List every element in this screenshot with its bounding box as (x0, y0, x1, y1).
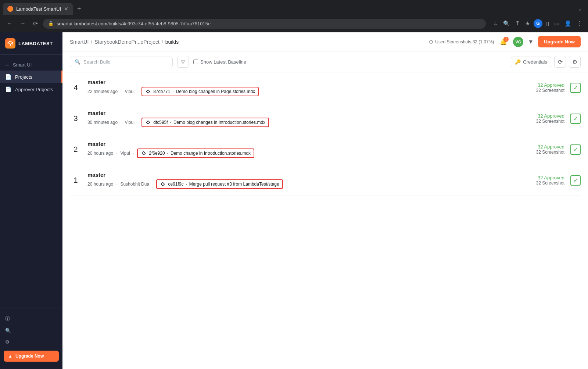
menu-icon[interactable]: ⋮ (575, 19, 584, 28)
address-text: smartui.lambdatest.com/builds/4c993c74-e… (57, 21, 211, 26)
build-info: master 20 hours ago · Sushobhit Dua · ce… (87, 172, 530, 189)
build-number: 3 (70, 114, 82, 123)
build-meta: 20 hours ago · Vipul · 2f6e920 · Demo ch… (87, 148, 530, 158)
cast-icon[interactable]: ▭ (553, 19, 561, 28)
forward-button[interactable]: → (18, 19, 28, 28)
check-icon: ✓ (570, 175, 581, 186)
sidebar-header: LAMBDATEST (0, 32, 62, 55)
build-row: 1 master 20 hours ago · Sushobhit Dua · (70, 165, 581, 196)
commit-message: Demo blog changes in Introduction.storie… (173, 120, 265, 125)
build-author: Vipul (125, 120, 134, 125)
top-bar-actions: Used Screenshots:32 (1.07%) 🔔 1 VG ▼ Upg… (429, 36, 581, 47)
notification-button[interactable]: 🔔 1 (498, 37, 509, 47)
settings-icon: ⚙ (5, 339, 10, 345)
browser-toolbar: ⇓ 🔍 ⤒ ★ G ▯ ▭ 👤 ⋮ (492, 19, 584, 28)
build-commit-tag[interactable]: ce91f9c · Merge pull request #3 from Lam… (156, 179, 283, 189)
breadcrumb-sep2: / (162, 39, 163, 45)
sidebar-footer: ⓘ 🔍 ⚙ ▲ Upgrade Now (0, 308, 62, 369)
baseline-checkbox-label[interactable]: Show Latest Baseline (193, 59, 246, 65)
check-icon: ✓ (570, 83, 581, 93)
check-icon: ✓ (570, 114, 581, 124)
upgrade-now-button[interactable]: Upgrade Now (538, 36, 581, 47)
commit-message: Merge pull request #3 from LambdaTest/st… (189, 182, 279, 187)
tab-favicon (7, 6, 13, 12)
commit-message: Demo change in Introduction.stories.mdx (171, 151, 251, 156)
sidebar-search-item[interactable]: 🔍 (0, 325, 62, 336)
breadcrumb-project[interactable]: StorybookDemoPr...oProject (94, 39, 159, 45)
commit-hash: ce91f9c (168, 182, 183, 187)
filter-button[interactable]: ▽ (177, 56, 189, 68)
reload-button[interactable]: ⟳ (31, 19, 40, 29)
search-input[interactable] (83, 59, 168, 65)
screenshot-count: 32 Screenshot (536, 180, 564, 186)
breadcrumb: SmartUI / StorybookDemoPr...oProject / b… (70, 39, 179, 45)
used-dot (429, 40, 433, 44)
user-avatar[interactable]: VG (513, 37, 523, 47)
refresh-button[interactable]: ⟳ (554, 56, 566, 68)
address-bar[interactable]: 🔒 smartui.lambdatest.com/builds/4c993c74… (43, 19, 486, 29)
sidebar-help-item[interactable]: ⓘ (0, 312, 62, 325)
build-info: master 20 hours ago · Vipul · 2f6e920 (87, 141, 530, 158)
build-meta: 22 minutes ago · Vipul · 87cb771 · Demo … (87, 87, 530, 96)
right-filter-actions: 🔑 Credentials ⟳ ⚙ (511, 56, 581, 68)
tab-title: LambdaTest SmartUI (16, 6, 61, 12)
sidebar-item-approver-projects[interactable]: 📄 Approver Projects (0, 83, 62, 96)
back-button[interactable]: ← (4, 19, 15, 28)
zoom-icon[interactable]: 🔍 (502, 19, 512, 28)
search-box: 🔍 (70, 57, 173, 67)
build-time: 20 hours ago (87, 182, 113, 187)
build-time: 30 minutes ago (87, 120, 118, 125)
commit-hash: 87cb771 (153, 89, 170, 94)
bookmark-icon[interactable]: ★ (524, 19, 531, 28)
commit-diamond-icon (145, 119, 151, 125)
tab-close-icon[interactable]: ✕ (64, 6, 68, 12)
file-icon: 📄 (5, 74, 11, 80)
breadcrumb-root[interactable]: SmartUI (70, 39, 89, 45)
sidebar-settings-item[interactable]: ⚙ (0, 336, 62, 348)
filter-bar: 🔍 ▽ Show Latest Baseline 🔑 Credentials ⟳ (62, 51, 588, 72)
screenshot-count: 32 Screenshot (536, 88, 564, 93)
build-check: ✓ (570, 175, 581, 186)
sidebar-item-projects[interactable]: 📄 Projects (0, 71, 62, 83)
build-row: 2 master 20 hours ago · Vipul · (70, 134, 581, 165)
new-tab-button[interactable]: + (74, 4, 84, 14)
screenshot-count: 32 Screenshot (536, 119, 564, 124)
window-controls: ⌄ (575, 4, 585, 13)
build-branch: master (87, 110, 530, 116)
commit-diamond-icon (160, 181, 166, 187)
build-commit-tag[interactable]: 2f6e920 · Demo change in Introduction.st… (137, 148, 254, 158)
build-author: Vipul (120, 151, 130, 156)
commit-message: Demo blog changes in Page.stories.mdx (176, 89, 255, 94)
approved-count: 32 Approved (536, 144, 564, 150)
build-stats: 32 Approved 32 Screenshot (536, 113, 564, 124)
build-author: Sushobhit Dua (120, 182, 149, 187)
download-icon[interactable]: ⇓ (492, 19, 499, 28)
upgrade-icon: ▲ (8, 354, 12, 359)
commit-hash: 2f6e920 (149, 151, 165, 156)
user-icon[interactable]: 👤 (563, 19, 573, 28)
screenshot-count: 32 Screenshot (536, 150, 564, 155)
sidebar-upgrade-button[interactable]: ▲ Upgrade Now (4, 351, 59, 362)
file-alt-icon: 📄 (5, 86, 11, 92)
commit-diamond-icon (141, 150, 147, 156)
share-icon[interactable]: ⤒ (514, 19, 521, 28)
search-icon: 🔍 (75, 59, 80, 65)
approved-count: 32 Approved (536, 113, 564, 119)
commit-hash: dfc595f (153, 120, 168, 125)
build-commit-tag[interactable]: dfc595f · Demo blog changes in Introduct… (141, 118, 269, 127)
baseline-checkbox[interactable] (193, 60, 198, 64)
top-bar: SmartUI / StorybookDemoPr...oProject / b… (62, 32, 588, 51)
key-icon: 🔑 (515, 59, 521, 65)
screenshots-used: Used Screenshots:32 (1.07%) (429, 39, 494, 44)
browser-tab[interactable]: LambdaTest SmartUI ✕ (3, 3, 73, 15)
build-commit-tag[interactable]: 87cb771 · Demo blog changes in Page.stor… (141, 87, 259, 96)
extensions-icon[interactable]: ▯ (545, 19, 551, 28)
avatar-dropdown-icon[interactable]: ▼ (528, 39, 534, 45)
gear-icon: ⚙ (572, 58, 577, 65)
sidebar-back-link[interactable]: ← Smart UI (0, 59, 62, 71)
build-info: master 30 minutes ago · Vipul · dfc595f (87, 110, 530, 127)
settings-button[interactable]: ⚙ (569, 56, 581, 68)
profile-avatar[interactable]: G (534, 19, 542, 28)
build-row: 4 master 22 minutes ago · Vipul · (70, 72, 581, 103)
credentials-button[interactable]: 🔑 Credentials (511, 57, 551, 67)
